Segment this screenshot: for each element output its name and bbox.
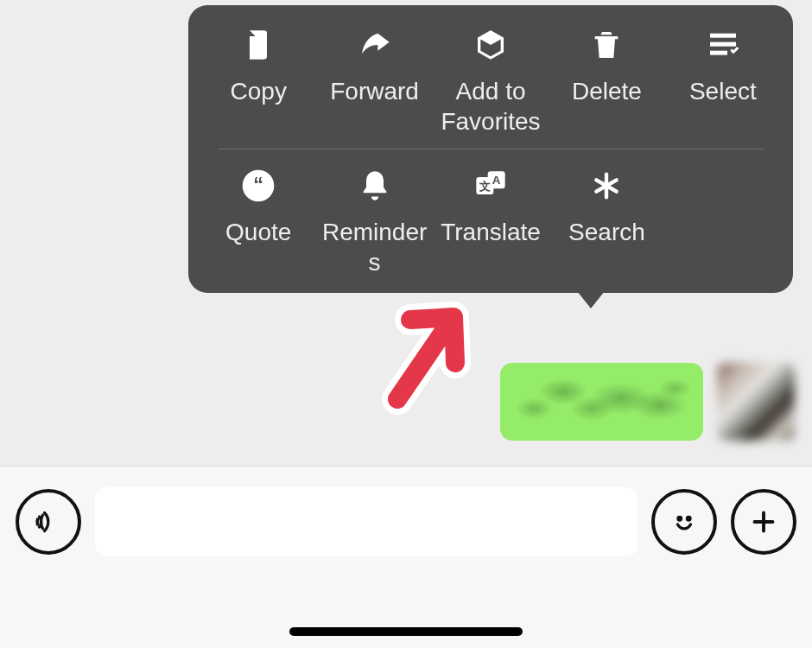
menu-item-label: Search (568, 217, 645, 247)
menu-item-search[interactable]: Search (549, 165, 664, 247)
menu-item-translate[interactable]: A文 Translate (433, 165, 549, 247)
message-row-outgoing (500, 363, 795, 441)
input-bar (0, 466, 812, 648)
translate-icon: A文 (470, 165, 511, 206)
menu-row-2: “ Quote Reminders A文 Translate (200, 165, 781, 277)
plus-icon (748, 506, 779, 537)
menu-item-quote[interactable]: “ Quote (200, 165, 316, 247)
message-text-redacted (505, 368, 698, 435)
sound-wave-icon (33, 506, 64, 537)
menu-item-label: Reminders (319, 217, 431, 277)
avatar[interactable] (717, 363, 795, 441)
voice-input-button[interactable] (16, 489, 81, 555)
search-icon (586, 165, 627, 206)
svg-rect-3 (710, 42, 736, 47)
quote-icon: “ (238, 165, 279, 206)
svg-text:“: “ (253, 174, 263, 196)
menu-item-forward[interactable]: Forward (316, 24, 432, 106)
menu-item-label: Delete (572, 76, 642, 106)
select-icon (702, 24, 744, 66)
menu-item-label: Quote (225, 217, 291, 247)
menu-item-label: Select (689, 76, 757, 106)
svg-point-19 (687, 517, 691, 521)
menu-row-1: Copy Forward Add to Favorites Delete (200, 24, 781, 137)
emoji-button[interactable] (651, 489, 717, 555)
menu-item-copy[interactable]: Copy (200, 24, 316, 106)
menu-item-label: Translate (441, 217, 541, 247)
menu-item-delete[interactable]: Delete (549, 24, 664, 106)
favorite-icon (470, 24, 511, 66)
message-context-menu: Copy Forward Add to Favorites Delete (188, 5, 793, 293)
svg-text:A: A (492, 174, 501, 187)
message-bubble[interactable] (500, 363, 703, 441)
menu-item-label: Add to Favorites (435, 76, 547, 137)
menu-item-reminders[interactable]: Reminders (316, 165, 432, 277)
svg-rect-1 (609, 42, 612, 54)
svg-text:文: 文 (479, 180, 491, 193)
delete-icon (586, 24, 627, 66)
reminder-icon (354, 165, 396, 206)
svg-rect-0 (602, 42, 605, 54)
copy-icon (238, 24, 279, 66)
more-button[interactable] (731, 489, 796, 555)
annotation-arrow (350, 270, 505, 429)
svg-point-17 (671, 509, 697, 535)
svg-rect-2 (710, 34, 736, 38)
smile-icon (669, 506, 700, 537)
menu-divider (218, 149, 764, 149)
forward-icon (354, 24, 396, 66)
menu-item-label: Copy (231, 76, 287, 106)
svg-point-18 (677, 517, 682, 521)
message-input[interactable] (95, 487, 638, 556)
home-indicator (289, 627, 523, 636)
menu-item-label: Forward (330, 76, 419, 106)
menu-item-add-to-favorites[interactable]: Add to Favorites (433, 24, 549, 137)
menu-item-select[interactable]: Select (665, 24, 781, 106)
svg-rect-4 (710, 51, 727, 55)
